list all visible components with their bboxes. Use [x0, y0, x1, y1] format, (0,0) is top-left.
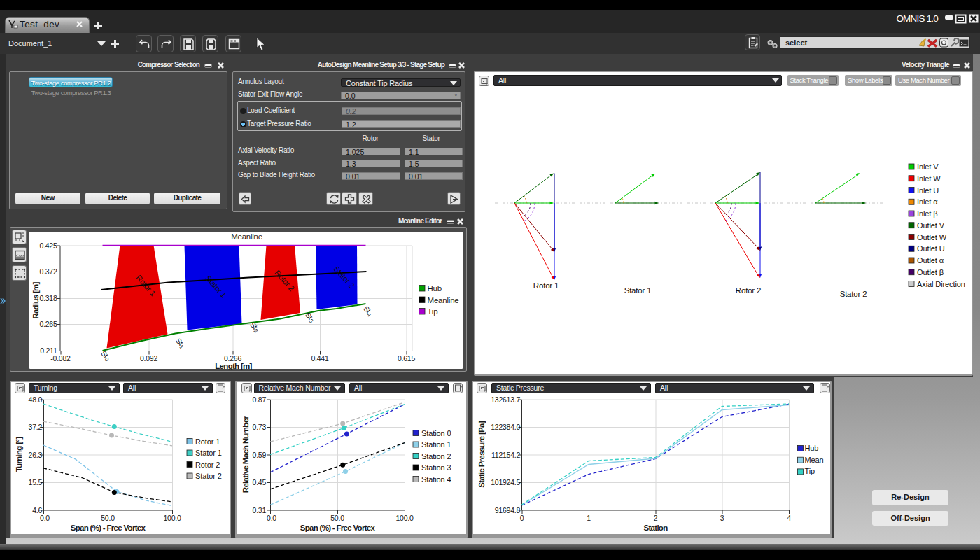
svg-text:Station 0: Station 0	[421, 428, 451, 437]
svg-text:Outlet V: Outlet V	[917, 221, 945, 230]
svg-text:Station 4: Station 4	[421, 475, 451, 483]
svg-text:15.5: 15.5	[29, 478, 43, 486]
svg-text:132613.7: 132613.7	[491, 395, 520, 403]
svg-text:Static Pressure [Pa]: Static Pressure [Pa]	[477, 421, 486, 488]
svg-text:Hub: Hub	[427, 284, 441, 293]
svg-text:Station: Station	[643, 523, 668, 531]
svg-text:4: 4	[787, 513, 791, 522]
svg-text:0: 0	[520, 513, 524, 522]
svg-text:Span (%) - Free Vortex: Span (%) - Free Vortex	[300, 523, 376, 531]
svg-text:Rotor 1: Rotor 1	[533, 281, 559, 290]
svg-text:Rotor 2: Rotor 2	[736, 286, 761, 295]
svg-text:Tip: Tip	[427, 307, 438, 316]
svg-text:Span (%) - Free Vortex: Span (%) - Free Vortex	[71, 523, 146, 531]
svg-text:26.3: 26.3	[29, 450, 43, 458]
svg-text:Hub: Hub	[805, 444, 819, 452]
svg-text:Meanline: Meanline	[231, 232, 262, 241]
svg-text:Rotor 2: Rotor 2	[195, 460, 220, 468]
svg-text:0.092: 0.092	[139, 354, 157, 362]
svg-text:Rotor 1: Rotor 1	[195, 437, 220, 445]
svg-text:Turning [°]: Turning [°]	[15, 436, 23, 472]
svg-text:0.87: 0.87	[253, 395, 267, 403]
svg-text:Stator 1: Stator 1	[195, 449, 222, 457]
svg-text:37.2: 37.2	[29, 423, 43, 431]
svg-text:100.0: 100.0	[163, 513, 181, 522]
svg-text:0.31: 0.31	[253, 505, 267, 514]
svg-text:Stator 2: Stator 2	[195, 472, 222, 480]
svg-text:0.372: 0.372	[39, 267, 57, 276]
svg-text:Meanline: Meanline	[427, 295, 458, 304]
svg-text:Inlet W: Inlet W	[917, 174, 941, 183]
svg-text:101924.5: 101924.5	[491, 478, 520, 486]
svg-text:Outlet U: Outlet U	[917, 244, 945, 253]
svg-text:Stator 1: Stator 1	[624, 286, 652, 295]
svg-text:0.615: 0.615	[397, 354, 414, 362]
svg-text:Length [m]: Length [m]	[215, 361, 252, 370]
svg-text:-0.082: -0.082	[50, 354, 71, 362]
svg-text:50.0: 50.0	[101, 513, 115, 522]
svg-text:Inlet U: Inlet U	[917, 186, 939, 195]
svg-text:1: 1	[587, 513, 591, 522]
svg-text:100.0: 100.0	[396, 513, 413, 522]
svg-text:122384.0: 122384.0	[491, 423, 520, 431]
svg-text:0.59: 0.59	[253, 450, 267, 458]
svg-text:0.318: 0.318	[39, 294, 57, 302]
svg-text:Mean: Mean	[805, 455, 824, 463]
svg-text:St4: St4	[360, 304, 374, 318]
svg-text:Relative Mach Number: Relative Mach Number	[241, 415, 250, 493]
svg-text:0.0: 0.0	[40, 513, 50, 522]
svg-text:St1: St1	[173, 336, 187, 350]
svg-text:0.73: 0.73	[253, 423, 267, 431]
svg-text:91694.8: 91694.8	[495, 505, 521, 514]
svg-text:0.265: 0.265	[39, 320, 57, 328]
svg-text:48.0: 48.0	[29, 395, 43, 403]
svg-text:Axial Direction: Axial Direction	[917, 280, 965, 288]
svg-text:50.0: 50.0	[330, 513, 344, 522]
svg-text:Outlet W: Outlet W	[917, 233, 947, 241]
svg-text:Outlet α: Outlet α	[917, 256, 944, 265]
svg-text:0.425: 0.425	[39, 241, 57, 249]
svg-text:3: 3	[720, 513, 724, 522]
svg-text:0.0: 0.0	[267, 513, 276, 522]
svg-text:0.45: 0.45	[253, 478, 267, 486]
svg-text:Inlet V: Inlet V	[917, 162, 939, 171]
svg-text:0.441: 0.441	[311, 354, 328, 362]
svg-text:Inlet α: Inlet α	[917, 197, 938, 206]
svg-text:Inlet β: Inlet β	[917, 209, 937, 218]
svg-text:St3: St3	[302, 310, 316, 324]
svg-text:2: 2	[654, 513, 658, 522]
svg-text:Radius [m]: Radius [m]	[31, 281, 39, 318]
svg-text:112154.2: 112154.2	[491, 450, 520, 458]
svg-text:Station 2: Station 2	[421, 451, 451, 460]
svg-text:Stator 2: Stator 2	[840, 290, 867, 298]
svg-text:Station 3: Station 3	[421, 463, 451, 472]
svg-text:Outlet β: Outlet β	[917, 268, 944, 276]
svg-text:Station 1: Station 1	[421, 440, 451, 449]
svg-text:Tip: Tip	[805, 467, 816, 475]
